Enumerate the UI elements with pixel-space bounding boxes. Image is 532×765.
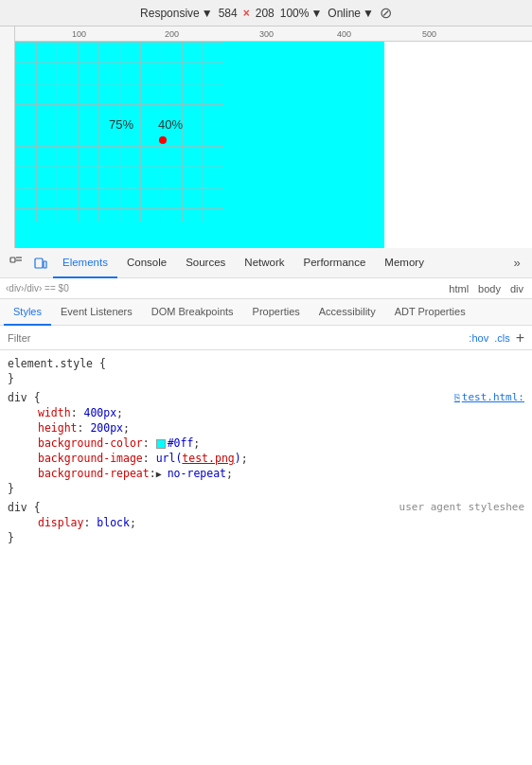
subtab-dom-breakpoints[interactable]: DOM Breakpoints	[142, 299, 243, 326]
ua-close-brace: }	[8, 530, 524, 545]
height-prop-line: height: 200px;	[23, 420, 524, 436]
breadcrumb-body[interactable]: body	[475, 283, 504, 294]
svg-rect-0	[10, 258, 15, 262]
source-file-icon: ⎘	[454, 392, 460, 402]
source-filename[interactable]: test.html:	[462, 391, 524, 403]
height-value[interactable]: 208	[256, 7, 275, 20]
responsive-label: Responsive	[140, 7, 200, 20]
div-style-block: div { ⎘ test.html: width: 400px; height:…	[0, 388, 532, 498]
subtab-accessibility[interactable]: Accessibility	[310, 299, 385, 326]
ua-selector-line: div { user agent styleshee	[8, 500, 524, 515]
width-value[interactable]: 584	[219, 7, 238, 20]
test-png-link[interactable]: test.png	[182, 452, 234, 465]
ua-stylesheet-label: user agent styleshee	[399, 501, 524, 513]
ruler-tick-500: 500	[422, 29, 436, 39]
breadcrumb-html[interactable]: html	[446, 283, 471, 294]
ruler-left: 100 200	[0, 27, 15, 273]
subtab-properties[interactable]: Properties	[243, 299, 310, 326]
div-selector-line: div { ⎘ test.html:	[8, 390, 524, 405]
subtab-styles[interactable]: Styles	[4, 299, 51, 326]
subtab-event-listeners[interactable]: Event Listeners	[51, 299, 142, 326]
element-style-block: element.style { }	[0, 354, 532, 388]
devtools-navbar: Elements Console Sources Network Perform…	[0, 248, 532, 278]
bgrepeat-prop-line: background-repeat:▶ no-repeat;	[23, 466, 524, 481]
width-prop-line: width: 400px;	[23, 405, 524, 420]
breadcrumb-arrow: ‹div›/div› == $0	[6, 283, 69, 294]
devtools-panel: Elements Console Sources Network Perform…	[0, 248, 532, 765]
filter-input[interactable]	[8, 332, 465, 344]
breadcrumb: ‹div›/div› == $0 html body div	[0, 278, 532, 299]
tab-network[interactable]: Network	[235, 248, 293, 278]
svg-rect-3	[35, 258, 43, 268]
breadcrumb-div[interactable]: div	[507, 283, 526, 294]
devtools-nav-tabs: Elements Console Sources Network Perform…	[53, 248, 505, 278]
element-style-close: }	[8, 371, 524, 386]
element-style-selector: element.style {	[8, 356, 524, 371]
red-dot-handle[interactable]	[159, 136, 167, 144]
bgcolor-prop-line: background-color: #0ff;	[23, 436, 524, 451]
ruler-top: 100 200 300 400 500	[0, 27, 532, 42]
ruler-tick-400: 400	[337, 29, 351, 39]
ua-div-block: div { user agent styleshee display: bloc…	[0, 498, 532, 547]
subtab-adt-properties[interactable]: ADT Properties	[385, 299, 475, 326]
responsive-selector[interactable]: Responsive ▼	[140, 7, 213, 20]
cls-filter-button[interactable]: .cls	[494, 332, 510, 344]
filter-bar: :hov .cls +	[0, 326, 532, 350]
ruler-tick-200: 200	[165, 29, 179, 39]
svg-rect-4	[44, 261, 46, 268]
ruler-tick-100: 100	[72, 29, 86, 39]
dimension-x-sep: ×	[243, 7, 250, 20]
display-prop-line: display: block;	[23, 515, 524, 530]
zoom-chevron-icon: ▼	[310, 7, 322, 20]
div-close-brace: }	[8, 481, 524, 496]
zoom-selector[interactable]: 100% ▼	[280, 7, 323, 20]
bgimage-prop-line: background-image: url(test.png);	[23, 451, 524, 466]
pct-75-label: 75%	[109, 117, 133, 132]
add-style-rule-button[interactable]: +	[516, 329, 524, 347]
tab-performance[interactable]: Performance	[294, 248, 376, 278]
tab-sources[interactable]: Sources	[176, 248, 235, 278]
inspect-element-button[interactable]	[4, 251, 28, 276]
cyan-element	[15, 42, 384, 269]
color-swatch[interactable]	[156, 439, 166, 449]
online-selector[interactable]: Online ▼	[328, 7, 374, 20]
tab-console[interactable]: Console	[117, 248, 176, 278]
toolbar: Responsive ▼ 584 × 208 100% ▼ Online ▼ ⊘	[0, 0, 532, 27]
source-link[interactable]: ⎘ test.html:	[454, 391, 524, 403]
tab-elements[interactable]: Elements	[53, 248, 117, 278]
hov-filter-button[interactable]: :hov	[469, 332, 488, 344]
ruler-tick-300: 300	[259, 29, 274, 39]
responsive-chevron-icon: ▼	[202, 7, 213, 20]
tab-memory[interactable]: Memory	[375, 248, 434, 278]
device-toolbar-button[interactable]	[28, 251, 53, 276]
no-throttle-icon[interactable]: ⊘	[380, 4, 392, 22]
more-tabs-button[interactable]: »	[505, 256, 528, 270]
zoom-label: 100%	[280, 7, 310, 20]
pct-40-label: 40%	[158, 117, 183, 132]
filter-controls: :hov .cls +	[469, 329, 524, 347]
online-chevron-icon: ▼	[363, 7, 374, 20]
viewport: 100 200 300 400 500 100 200 75% 40%	[0, 27, 532, 275]
css-content-area: element.style { } div { ⎘ test.html: wid…	[0, 350, 532, 765]
online-label: Online	[328, 7, 361, 20]
styles-subtabs: Styles Event Listeners DOM Breakpoints P…	[0, 299, 532, 326]
expand-arrow[interactable]: ▶	[156, 469, 168, 479]
